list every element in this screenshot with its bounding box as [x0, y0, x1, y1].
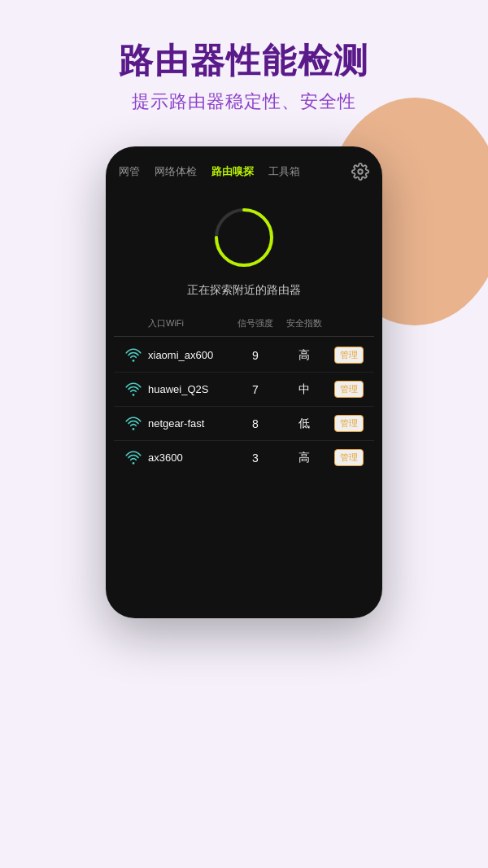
wifi-icon-wrap — [119, 348, 148, 363]
circle-loader — [211, 205, 277, 270]
nav-item-gongjuxiang[interactable]: 工具箱 — [265, 163, 303, 181]
cell-signal-3: 3 — [231, 451, 280, 465]
manage-button-1[interactable]: 管理 — [334, 381, 364, 398]
page-content: 路由器性能检测 提示路由器稳定性、安全性 网管 网络体检 路由嗅探 工具箱 — [0, 0, 488, 618]
table-header: 入口WiFi 信号强度 安全指数 — [114, 317, 374, 337]
header-action — [329, 317, 369, 329]
wifi-icon — [124, 348, 142, 363]
cell-signal-2: 8 — [231, 417, 280, 430]
table-row: huawei_Q2S 7 中 管理 — [114, 373, 374, 407]
cell-signal-0: 9 — [231, 349, 280, 362]
cell-action-1: 管理 — [329, 381, 369, 398]
header-ssid: 入口WiFi — [148, 317, 231, 329]
table-row: xiaomi_ax600 9 高 管理 — [114, 338, 374, 373]
manage-button-3[interactable]: 管理 — [334, 449, 364, 466]
manage-button-2[interactable]: 管理 — [334, 415, 364, 432]
loading-text: 正在探索附近的路由器 — [187, 283, 301, 298]
wifi-table: 入口WiFi 信号强度 安全指数 xiaomi_ax600 9 高 — [106, 317, 382, 474]
wifi-icon-wrap — [119, 382, 148, 397]
wifi-icon — [124, 417, 142, 431]
cell-ssid-2: netgear-fast — [148, 417, 231, 430]
table-row: ax3600 3 高 管理 — [114, 441, 374, 474]
wifi-icon — [124, 451, 142, 465]
header-icon-col — [119, 317, 148, 329]
nav-bar: 网管 网络体检 路由嗅探 工具箱 — [106, 163, 382, 181]
phone-mockup: 网管 网络体检 路由嗅探 工具箱 正在探索附近的路由器 — [106, 146, 382, 618]
cell-ssid-1: huawei_Q2S — [148, 383, 231, 395]
nav-item-wanguan[interactable]: 网管 — [115, 163, 143, 181]
cell-ssid-3: ax3600 — [148, 451, 231, 464]
nav-items: 网管 网络体检 路由嗅探 工具箱 — [115, 163, 303, 181]
cell-action-0: 管理 — [329, 347, 369, 364]
sub-title: 提示路由器稳定性、安全性 — [132, 89, 356, 114]
wifi-icon — [124, 382, 142, 397]
cell-security-0: 高 — [280, 348, 329, 363]
header-security: 安全指数 — [280, 317, 329, 329]
cell-signal-1: 7 — [231, 383, 280, 396]
nav-item-luyou[interactable]: 路由嗅探 — [208, 163, 257, 181]
manage-button-0[interactable]: 管理 — [334, 347, 364, 364]
loading-area: 正在探索附近的路由器 — [106, 205, 382, 298]
cell-ssid-0: xiaomi_ax600 — [148, 349, 231, 361]
cell-security-2: 低 — [280, 417, 329, 431]
main-title: 路由器性能检测 — [119, 41, 369, 81]
cell-action-2: 管理 — [329, 415, 369, 432]
svg-point-0 — [358, 170, 363, 175]
settings-icon[interactable] — [351, 163, 369, 181]
nav-item-tianjian[interactable]: 网络体检 — [151, 163, 200, 181]
progress-ring — [211, 205, 277, 270]
table-row: netgear-fast 8 低 管理 — [114, 407, 374, 441]
wifi-icon-wrap — [119, 417, 148, 431]
wifi-icon-wrap — [119, 451, 148, 465]
cell-security-3: 高 — [280, 451, 329, 465]
cell-action-3: 管理 — [329, 449, 369, 466]
header-signal: 信号强度 — [231, 317, 280, 329]
cell-security-1: 中 — [280, 382, 329, 397]
